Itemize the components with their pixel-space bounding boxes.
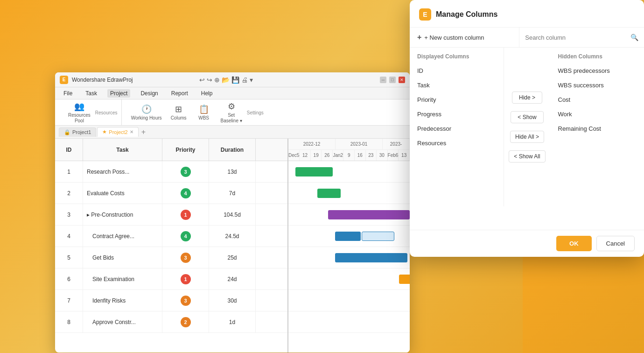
col-item-work[interactable]: Work bbox=[551, 107, 644, 121]
gantt-area: ID Task Priority Duration 1 Research Pos… bbox=[55, 139, 410, 353]
displayed-columns-panel: Displayed Columns ID Task Priority Progr… bbox=[410, 48, 504, 206]
col-item-predecessor[interactable]: Predecessor bbox=[410, 121, 504, 136]
show-all-button[interactable]: < Show All bbox=[509, 150, 545, 162]
cell-id: 1 bbox=[55, 161, 83, 182]
resources-group-label: Resources bbox=[95, 110, 118, 115]
table-row: 3 ▸ Pre-Construction 1 104.5d bbox=[55, 204, 287, 226]
cell-task: ▸ Pre-Construction bbox=[83, 204, 162, 225]
menu-bar: File Task Project Design Report Help bbox=[55, 87, 410, 99]
gantt-row-8 bbox=[288, 311, 410, 333]
new-column-label: + New custom column bbox=[424, 34, 484, 41]
cell-duration: 104.5d bbox=[209, 204, 256, 225]
col-item-remaining-cost[interactable]: Remaining Cost bbox=[551, 121, 644, 136]
close-button[interactable]: ✕ bbox=[399, 77, 405, 83]
dialog-title: Manage Columns bbox=[436, 10, 497, 19]
tab-project1[interactable]: 🔒 Project1 bbox=[59, 127, 96, 137]
redo-icon[interactable]: ↪ bbox=[207, 76, 212, 84]
menu-help[interactable]: Help bbox=[198, 89, 216, 98]
cell-task: Site Examination bbox=[83, 268, 162, 289]
col-item-resources[interactable]: Resources bbox=[410, 136, 504, 150]
menu-file[interactable]: File bbox=[61, 89, 75, 98]
cell-duration: 24.5d bbox=[209, 226, 256, 247]
working-hours-button[interactable]: 🕐 Working Hours bbox=[127, 102, 166, 123]
date-16: 16 bbox=[355, 150, 366, 161]
print-icon[interactable]: 🖨 bbox=[241, 76, 248, 84]
columns-button[interactable]: ⊞ Colums bbox=[167, 102, 191, 123]
cell-priority: 1 bbox=[162, 204, 209, 225]
table-row: 7 Idenfity Risks 3 30d bbox=[55, 290, 287, 311]
col-item-wbs-successors[interactable]: WBS successors bbox=[551, 78, 644, 92]
tab-star-icon: ★ bbox=[102, 129, 107, 135]
gantt-bar-3a bbox=[328, 210, 410, 219]
tab-add-button[interactable]: + bbox=[140, 128, 147, 136]
show-all-label: < Show All bbox=[514, 153, 540, 160]
gantt-row-3 bbox=[288, 204, 410, 226]
ok-button[interactable]: OK bbox=[556, 236, 592, 251]
hidden-columns-panel: Hidden Columns WBS predecessors WBS succ… bbox=[551, 48, 644, 206]
new-custom-column-button[interactable]: + + New custom column bbox=[410, 28, 519, 47]
gantt-row-5 bbox=[288, 247, 410, 268]
date-30: 30 bbox=[377, 150, 388, 161]
cell-priority: 4 bbox=[162, 183, 209, 204]
gantt-row-1 bbox=[288, 161, 410, 183]
cell-priority: 3 bbox=[162, 247, 209, 268]
undo-icon[interactable]: ↩ bbox=[199, 76, 205, 84]
col-item-cost[interactable]: Cost bbox=[551, 92, 644, 107]
open-icon[interactable]: 📂 bbox=[222, 76, 230, 84]
dialog-logo: E bbox=[419, 8, 431, 21]
set-baseline-label: SetBaseline ▾ bbox=[221, 113, 242, 124]
plus-icon: + bbox=[417, 33, 421, 42]
search-column-input[interactable] bbox=[525, 34, 627, 41]
tab-close-icon[interactable]: ✕ bbox=[130, 129, 133, 134]
table-row: 2 Evaluate Costs 4 7d bbox=[55, 183, 287, 204]
date-2023-01: 2023-01 bbox=[336, 139, 383, 149]
show-button[interactable]: < Show bbox=[511, 111, 543, 123]
resources-pool-label: ResourcesPool bbox=[68, 113, 91, 124]
table-row: 4 Contract Agree... 4 24.5d bbox=[55, 226, 287, 247]
gantt-bar-4a bbox=[335, 232, 361, 241]
cell-id: 6 bbox=[55, 268, 83, 289]
date-2023-x: 2023- bbox=[383, 139, 410, 149]
date-jan2: Jan2 bbox=[333, 150, 344, 161]
col-header-priority: Priority bbox=[162, 139, 209, 161]
hide-button[interactable]: Hide > bbox=[512, 92, 542, 104]
col-item-task[interactable]: Task bbox=[410, 78, 504, 92]
cell-id: 8 bbox=[55, 311, 83, 332]
col-item-id[interactable]: ID bbox=[410, 64, 504, 78]
new-icon[interactable]: ⊕ bbox=[214, 76, 220, 84]
set-baseline-button[interactable]: ⚙ SetBaseline ▾ bbox=[217, 99, 246, 126]
col-header-duration: Duration bbox=[209, 139, 256, 161]
minimize-button[interactable]: ─ bbox=[380, 77, 386, 83]
hide-all-button[interactable]: Hide All > bbox=[510, 131, 544, 143]
more-icon[interactable]: ▾ bbox=[250, 76, 253, 84]
wbs-button[interactable]: 📋 WBS bbox=[192, 102, 216, 123]
gantt-bar-6a bbox=[399, 275, 410, 284]
columns-icon: ⊞ bbox=[175, 104, 182, 114]
show-label: < Show bbox=[518, 114, 536, 120]
wbs-label: WBS bbox=[198, 115, 209, 121]
resources-pool-button[interactable]: 👥 ResourcesPool bbox=[64, 99, 94, 126]
search-icon: 🔍 bbox=[630, 34, 638, 41]
menu-design[interactable]: Design bbox=[138, 89, 161, 98]
cell-duration: 13d bbox=[209, 161, 256, 182]
manage-columns-dialog: E Manage Columns + + New custom column 🔍… bbox=[410, 0, 644, 257]
menu-project[interactable]: Project bbox=[107, 89, 130, 98]
menu-task[interactable]: Task bbox=[83, 89, 100, 98]
menu-report[interactable]: Report bbox=[168, 89, 191, 98]
gantt-bar-5 bbox=[335, 253, 407, 262]
gantt-bar-1 bbox=[295, 167, 333, 176]
cell-id: 5 bbox=[55, 247, 83, 268]
maximize-button[interactable]: □ bbox=[389, 77, 396, 83]
tab-project2[interactable]: ★ Project2 ✕ bbox=[97, 127, 138, 137]
cancel-button[interactable]: Cancel bbox=[596, 236, 635, 251]
col-item-priority[interactable]: Priority bbox=[410, 92, 504, 107]
col-item-progress[interactable]: Progress bbox=[410, 107, 504, 121]
gantt-table: ID Task Priority Duration 1 Research Pos… bbox=[55, 139, 288, 353]
date-row-days: Dec5 12 19 26 Jan2 9 16 23 30 Feb6 13 bbox=[288, 150, 410, 161]
cell-priority: 4 bbox=[162, 226, 209, 247]
save-icon[interactable]: 💾 bbox=[231, 76, 239, 84]
col-item-wbs-predecessors[interactable]: WBS predecessors bbox=[551, 64, 644, 78]
cell-priority: 3 bbox=[162, 290, 209, 311]
cell-duration: 1d bbox=[209, 311, 256, 332]
set-baseline-icon: ⚙ bbox=[228, 101, 235, 112]
